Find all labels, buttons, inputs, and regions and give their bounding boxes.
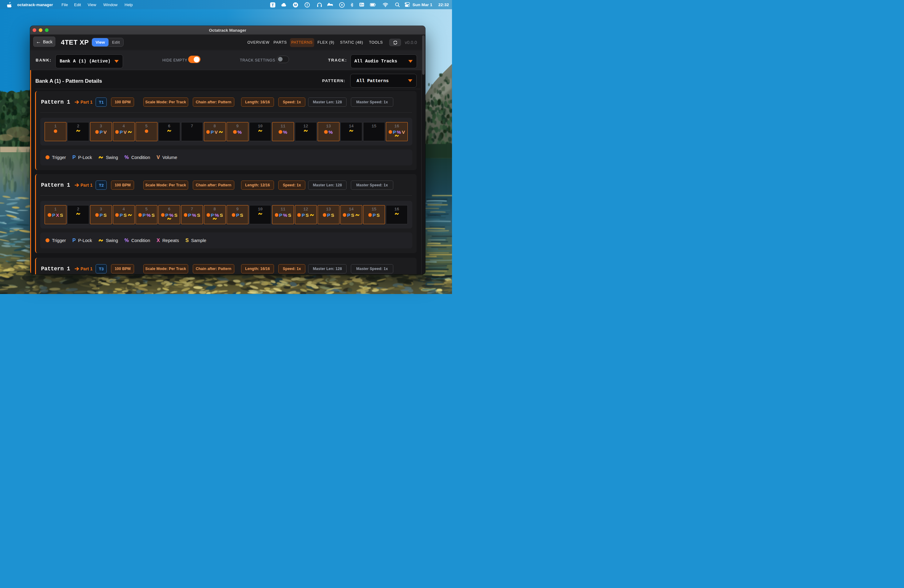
svg-text:⌘: ⌘ [362,3,364,6]
svg-text:T: T [272,3,274,7]
svg-text:M: M [294,3,297,7]
